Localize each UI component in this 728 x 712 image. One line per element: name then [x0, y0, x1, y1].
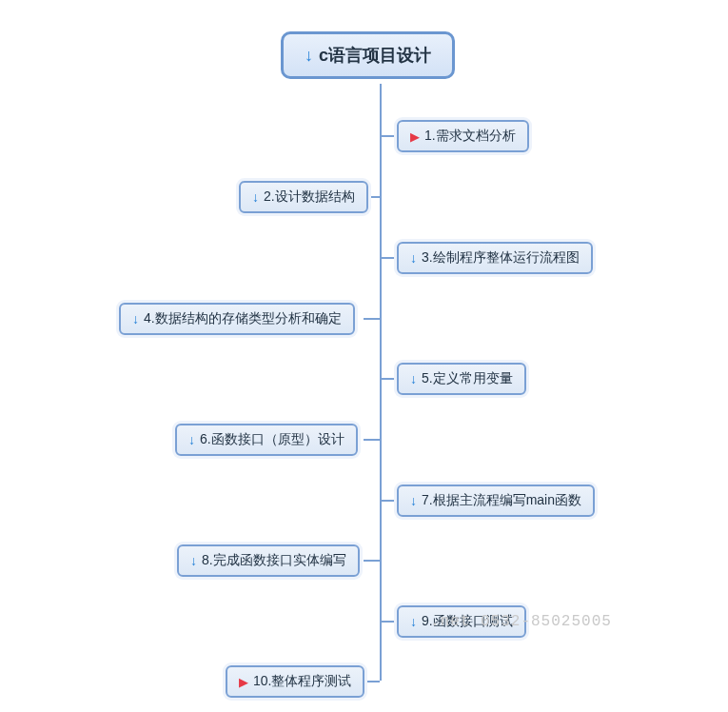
trunk-line — [380, 84, 382, 681]
node-8-label: 8.完成函数接口实体编写 — [202, 552, 346, 569]
arrow-down-icon: ↓ — [305, 47, 313, 64]
root-label: c语言项目设计 — [319, 44, 431, 67]
node-3-label: 3.绘制程序整体运行流程图 — [422, 249, 580, 267]
watermark-text: .net 0532-85025005 — [430, 613, 612, 630]
node-10[interactable]: ▶ 10.整体程序测试 — [226, 665, 364, 698]
node-2[interactable]: ↓ 2.设计数据结构 — [239, 181, 368, 213]
flag-icon: ▶ — [239, 676, 248, 688]
branch-6 — [364, 439, 380, 441]
node-6[interactable]: ↓ 6.函数接口（原型）设计 — [175, 424, 358, 456]
branch-8 — [364, 560, 380, 562]
arrow-down-icon: ↓ — [252, 190, 259, 204]
node-7[interactable]: ↓ 7.根据主流程编写main函数 — [397, 485, 595, 517]
root-node[interactable]: ↓ c语言项目设计 — [281, 31, 455, 79]
node-7-label: 7.根据主流程编写main函数 — [422, 492, 581, 509]
branch-10 — [364, 681, 380, 682]
node-2-label: 2.设计数据结构 — [264, 188, 355, 206]
arrow-down-icon: ↓ — [132, 312, 139, 326]
node-1-label: 1.需求文档分析 — [424, 128, 516, 145]
node-3[interactable]: ↓ 3.绘制程序整体运行流程图 — [397, 242, 593, 274]
arrow-down-icon: ↓ — [410, 372, 417, 386]
arrow-down-icon: ↓ — [188, 433, 195, 446]
arrow-down-icon: ↓ — [410, 494, 417, 507]
node-5[interactable]: ↓ 5.定义常用变量 — [397, 363, 526, 395]
node-4[interactable]: ↓ 4.数据结构的存储类型分析和确定 — [119, 303, 355, 335]
branch-7 — [381, 500, 397, 502]
branch-3 — [381, 257, 397, 259]
arrow-down-icon: ↓ — [410, 615, 417, 628]
arrow-down-icon: ↓ — [190, 554, 197, 567]
branch-9 — [381, 621, 397, 623]
node-6-label: 6.函数接口（原型）设计 — [200, 431, 344, 448]
node-4-label: 4.数据结构的存储类型分析和确定 — [144, 310, 342, 327]
branch-5 — [381, 378, 397, 380]
node-1[interactable]: ▶ 1.需求文档分析 — [397, 120, 529, 152]
branch-4 — [364, 318, 380, 320]
flag-icon: ▶ — [410, 130, 420, 143]
arrow-down-icon: ↓ — [410, 251, 417, 265]
node-10-label: 10.整体程序测试 — [253, 673, 351, 690]
node-5-label: 5.定义常用变量 — [422, 370, 513, 387]
branch-1 — [381, 135, 397, 137]
node-8[interactable]: ↓ 8.完成函数接口实体编写 — [177, 544, 360, 577]
